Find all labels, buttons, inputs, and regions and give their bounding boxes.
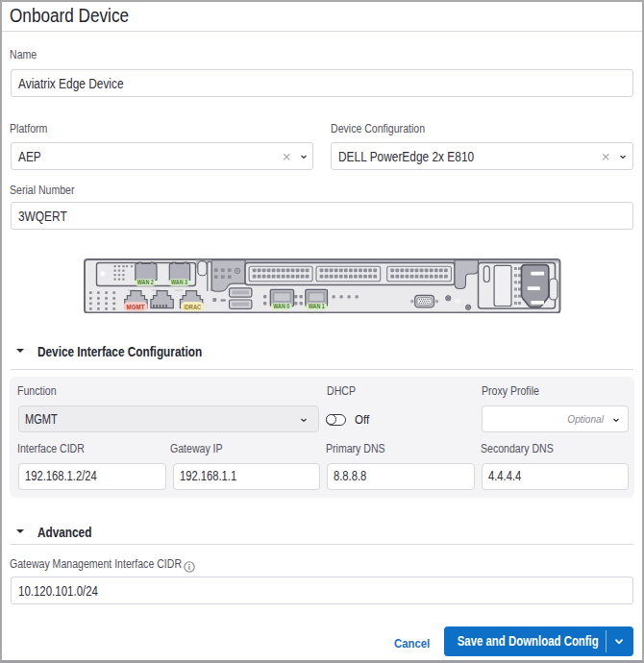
svg-text:iDRAC: iDRAC	[184, 303, 201, 309]
svg-text:MGMT: MGMT	[126, 303, 144, 309]
svg-text:WAN 1: WAN 1	[308, 303, 324, 309]
svg-text:WAN 3: WAN 3	[171, 279, 187, 285]
svg-text:WAN 0: WAN 0	[273, 303, 289, 309]
svg-text:WAN 2: WAN 2	[136, 279, 153, 285]
